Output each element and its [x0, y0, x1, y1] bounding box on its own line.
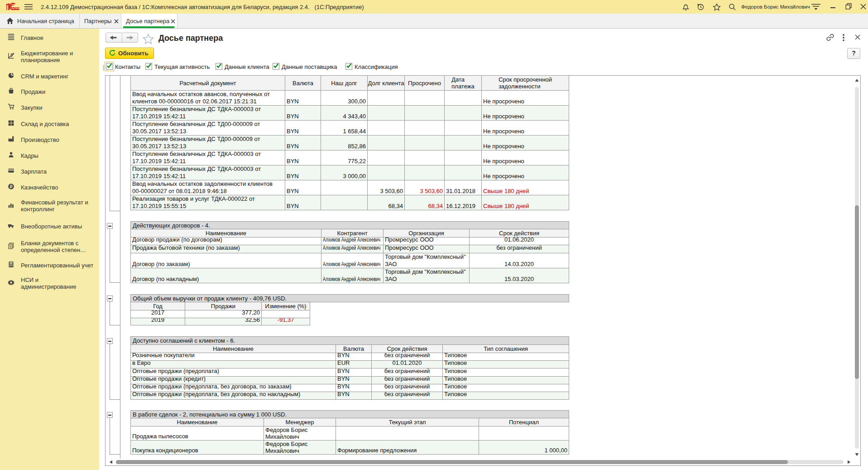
svg-text:₽: ₽: [11, 53, 13, 56]
svg-text:₽: ₽: [10, 184, 13, 189]
